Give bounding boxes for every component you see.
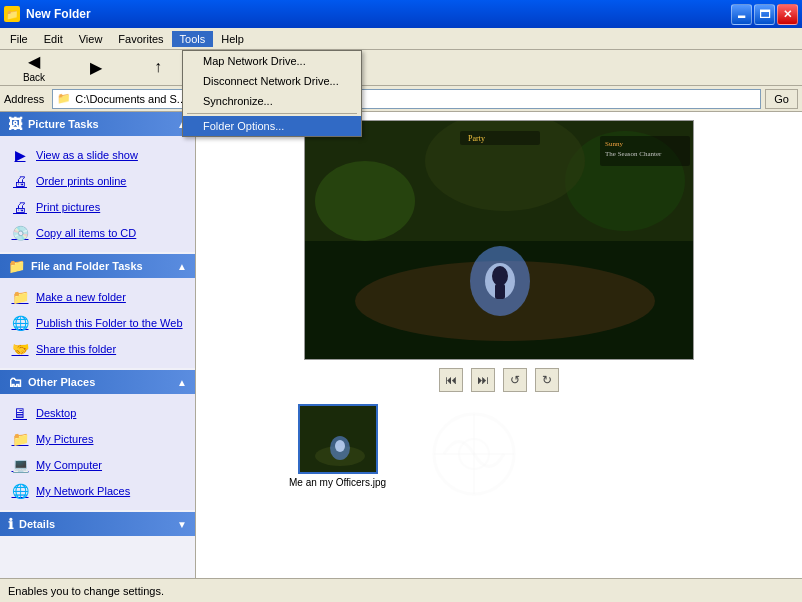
thumbnail-label-1: Me an my Officers.jpg [289, 477, 386, 488]
toolbar: ◀ Back ▶ ↑ 📁 Folders ☰ Views [0, 50, 802, 86]
address-input-container[interactable]: 📁 C:\Documents and S... [52, 89, 761, 109]
menu-disconnect-network-drive[interactable]: Disconnect Network Drive... [183, 71, 361, 91]
title-bar: 📁 New Folder 🗕 🗖 ✕ [0, 0, 802, 28]
menu-help[interactable]: Help [213, 31, 252, 47]
menu-bar: File Edit View Favorites Tools Help [0, 28, 802, 50]
link-desktop[interactable]: 🖥 Desktop [4, 400, 191, 426]
print-icon: 🖨 [10, 197, 30, 217]
share-icon: 🤝 [10, 339, 30, 359]
other-places-icon: 🗂 [8, 374, 22, 390]
menu-edit[interactable]: Edit [36, 31, 71, 47]
menu-folder-options[interactable]: Folder Options... [183, 116, 361, 136]
svg-text:Sunny: Sunny [605, 140, 623, 148]
menu-tools[interactable]: Tools [172, 31, 214, 47]
other-places-header[interactable]: 🗂 Other Places ▲ [0, 370, 195, 394]
status-bar: Enables you to change settings. [0, 578, 802, 602]
publish-icon: 🌐 [10, 313, 30, 333]
content-area: Party Sunny The Season Chanter Miss 73 ⏮… [196, 112, 802, 578]
file-folder-chevron: ▲ [177, 261, 187, 272]
link-share-folder[interactable]: 🤝 Share this folder [4, 336, 191, 362]
maximize-button[interactable]: 🗖 [754, 4, 775, 25]
picture-tasks-content: ▶ View as a slide show 🖨 Order prints on… [0, 136, 195, 252]
up-button[interactable]: ↑ [128, 55, 188, 80]
menu-view[interactable]: View [71, 31, 111, 47]
back-button[interactable]: ◀ Back [4, 49, 64, 86]
details-label: Details [19, 518, 55, 530]
address-label: Address [4, 93, 48, 105]
other-places-label: Other Places [28, 376, 95, 388]
my-computer-icon: 💻 [10, 455, 30, 475]
other-places-chevron: ▲ [177, 377, 187, 388]
menu-file[interactable]: File [2, 31, 36, 47]
picture-tasks-icon: 🖼 [8, 116, 22, 132]
title-buttons: 🗕 🗖 ✕ [731, 4, 798, 25]
my-pictures-icon: 📁 [10, 429, 30, 449]
menu-favorites[interactable]: Favorites [110, 31, 171, 47]
link-new-folder[interactable]: 📁 Make a new folder [4, 284, 191, 310]
svg-rect-9 [495, 284, 505, 299]
slideshow-icon: ▶ [10, 145, 30, 165]
file-folder-tasks-header[interactable]: 📁 File and Folder Tasks ▲ [0, 254, 195, 278]
picture-tasks-header[interactable]: 🖼 Picture Tasks ▲ [0, 112, 195, 136]
menu-synchronize[interactable]: Synchronize... [183, 91, 361, 111]
status-text: Enables you to change settings. [8, 585, 164, 597]
details-header[interactable]: ℹ Details ▼ [0, 512, 195, 536]
rotate-cw-button[interactable]: ↻ [535, 368, 559, 392]
window-title: New Folder [26, 7, 731, 21]
link-my-computer[interactable]: 💻 My Computer [4, 452, 191, 478]
link-my-network[interactable]: 🌐 My Network Places [4, 478, 191, 504]
menu-separator [187, 113, 357, 114]
svg-text:The Season Chanter: The Season Chanter [605, 150, 662, 158]
address-folder-icon: 📁 [57, 92, 71, 105]
thumbnail-1[interactable] [298, 404, 378, 474]
svg-point-8 [492, 266, 508, 286]
other-places-section: 🗂 Other Places ▲ 🖥 Desktop 📁 My Pictures… [0, 370, 195, 510]
my-network-icon: 🌐 [10, 481, 30, 501]
link-order-prints[interactable]: 🖨 Order prints online [4, 168, 191, 194]
new-folder-icon: 📁 [10, 287, 30, 307]
link-publish-folder[interactable]: 🌐 Publish this Folder to the Web [4, 310, 191, 336]
thumbnails-area: Me an my Officers.jpg [289, 404, 709, 504]
link-my-pictures[interactable]: 📁 My Pictures [4, 426, 191, 452]
image-svg: Party Sunny The Season Chanter Miss 73 [305, 121, 694, 360]
picture-tasks-label: Picture Tasks [28, 118, 99, 130]
link-copy-cd[interactable]: 💿 Copy all items to CD [4, 220, 191, 246]
watermark-area [414, 404, 534, 504]
details-chevron: ▼ [177, 519, 187, 530]
link-print-pictures[interactable]: 🖨 Print pictures [4, 194, 191, 220]
details-section: ℹ Details ▼ [0, 512, 195, 536]
image-display: Party Sunny The Season Chanter Miss 73 ⏮… [289, 120, 709, 504]
link-slideshow[interactable]: ▶ View as a slide show [4, 142, 191, 168]
next-image-button[interactable]: ⏭ [471, 368, 495, 392]
forward-icon: ▶ [90, 58, 102, 77]
order-prints-icon: 🖨 [10, 171, 30, 191]
file-folder-tasks-content: 📁 Make a new folder 🌐 Publish this Folde… [0, 278, 195, 368]
address-value: C:\Documents and S... [75, 93, 186, 105]
title-icon: 📁 [4, 6, 20, 22]
other-places-content: 🖥 Desktop 📁 My Pictures 💻 My Computer 🌐 … [0, 394, 195, 510]
main-area: 🖼 Picture Tasks ▲ ▶ View as a slide show… [0, 112, 802, 578]
prev-image-button[interactable]: ⏮ [439, 368, 463, 392]
thumbnail-svg [300, 406, 378, 474]
watermark-svg [424, 409, 524, 499]
forward-button[interactable]: ▶ [66, 55, 126, 81]
image-nav-buttons: ⏮ ⏭ ↺ ↻ [439, 368, 559, 392]
thumbnail-item-1: Me an my Officers.jpg [289, 404, 386, 504]
svg-point-20 [335, 440, 345, 452]
back-icon: ◀ [28, 52, 40, 71]
file-folder-label: File and Folder Tasks [31, 260, 143, 272]
file-folder-icon: 📁 [8, 258, 25, 274]
tools-dropdown-menu: Map Network Drive... Disconnect Network … [182, 50, 362, 137]
menu-map-network-drive[interactable]: Map Network Drive... [183, 51, 361, 71]
minimize-button[interactable]: 🗕 [731, 4, 752, 25]
picture-tasks-section: 🖼 Picture Tasks ▲ ▶ View as a slide show… [0, 112, 195, 252]
close-button[interactable]: ✕ [777, 4, 798, 25]
svg-text:Party: Party [468, 134, 485, 143]
desktop-icon: 🖥 [10, 403, 30, 423]
copy-cd-icon: 💿 [10, 223, 30, 243]
svg-point-2 [315, 161, 415, 241]
rotate-ccw-button[interactable]: ↺ [503, 368, 527, 392]
main-image-view[interactable]: Party Sunny The Season Chanter Miss 73 [304, 120, 694, 360]
file-folder-tasks-section: 📁 File and Folder Tasks ▲ 📁 Make a new f… [0, 254, 195, 368]
address-go-button[interactable]: Go [765, 89, 798, 109]
